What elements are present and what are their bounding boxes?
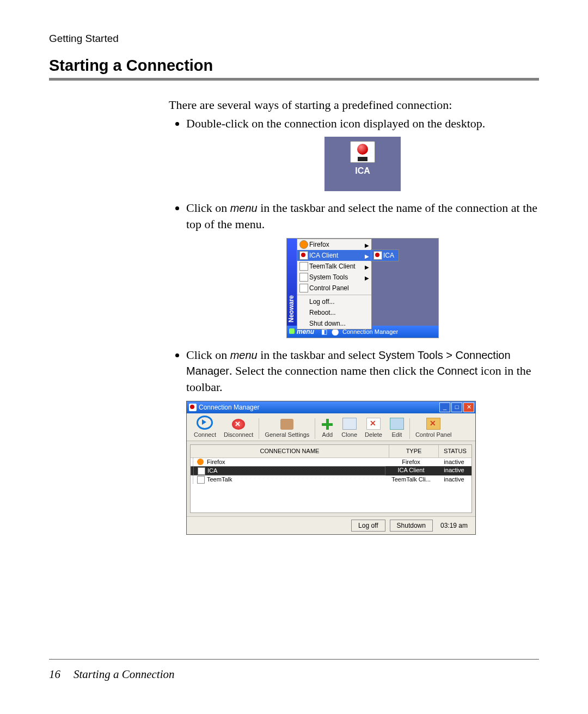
menu-word: menu xyxy=(230,349,258,361)
start-menu-figure: Neoware Firefox▶ ICA Client▶ TeemTalk Cl… xyxy=(286,238,439,338)
window-icon xyxy=(189,404,197,411)
menu-item-ica-client[interactable]: ICA Client▶ xyxy=(297,250,371,261)
menu-item-reboot[interactable]: Reboot... xyxy=(297,307,371,318)
table-body: FirefoxFirefoxinactiveICAICA Clientinact… xyxy=(191,458,471,512)
desktop-icon-label: ICA xyxy=(324,165,401,177)
body-content: There are several ways of starting a pre… xyxy=(169,97,539,535)
connections-table: CONNECTION NAME TYPE STATUS FirefoxFiref… xyxy=(190,444,472,513)
intro-text: There are several ways of starting a pre… xyxy=(169,97,539,113)
menu-item-system-tools[interactable]: System Tools▶ xyxy=(297,272,371,283)
menu-item-teemtalk[interactable]: TeemTalk Client▶ xyxy=(297,261,371,272)
connect-word: Connect xyxy=(437,365,478,377)
document-page: Getting Started Starting a Connection Th… xyxy=(0,0,588,714)
connection-manager-window: Connection Manager _ □ ✕ ConnectDisconne… xyxy=(186,401,476,535)
submenu-item-ica[interactable]: ICA xyxy=(371,250,399,261)
col-status[interactable]: STATUS xyxy=(438,445,471,457)
minimize-button[interactable]: _ xyxy=(439,402,450,412)
menu-panel: Firefox▶ ICA Client▶ TeemTalk Client▶ Sy… xyxy=(297,239,372,329)
menu-word: menu xyxy=(230,202,258,214)
table-row[interactable]: TeemTalkTeemTalk Cli...inactive xyxy=(191,475,471,484)
bullet-list: Double-click on the connection icon disp… xyxy=(169,115,539,535)
shutdown-button[interactable]: Shutdown xyxy=(390,520,433,532)
table-row[interactable]: ICAICA Clientinactive xyxy=(191,466,471,475)
toolbar-add-button[interactable]: Add xyxy=(317,419,338,439)
menu-sidebar: Neoware xyxy=(287,239,297,326)
toolbar: ConnectDisconnectGeneral SettingsAddClon… xyxy=(187,413,475,441)
title-rule xyxy=(49,78,539,81)
footer-title: Starting a Connection xyxy=(74,668,175,681)
menu-item-firefox[interactable]: Firefox▶ xyxy=(297,239,371,250)
menu-item-control-panel[interactable]: Control Panel xyxy=(297,283,371,294)
bullet-item-2: Click on menu in the taskbar and select … xyxy=(186,200,539,338)
bullet-item-3: Click on menu in the taskbar and select … xyxy=(186,347,539,535)
taskbar-menu-button[interactable]: menu xyxy=(287,326,318,338)
toolbar-delete-button[interactable]: Delete xyxy=(361,418,386,439)
menu-item-logoff[interactable]: Log off... xyxy=(297,296,371,307)
toolbar-clone-button[interactable]: Clone xyxy=(338,418,361,439)
bullet-item-1: Double-click on the connection icon disp… xyxy=(186,115,539,192)
submenu: ICA xyxy=(371,249,399,261)
close-button[interactable]: ✕ xyxy=(463,402,474,412)
col-connection-name[interactable]: CONNECTION NAME xyxy=(191,445,389,457)
bullet1-text: Double-click on the connection icon disp… xyxy=(186,117,485,130)
window-titlebar: Connection Manager _ □ ✕ xyxy=(187,401,475,413)
toolbar-general-settings-button[interactable]: General Settings xyxy=(261,419,313,439)
page-number: 16 xyxy=(49,668,60,681)
section-header: Getting Started xyxy=(49,33,539,45)
toolbar-disconnect-button[interactable]: Disconnect xyxy=(220,419,257,439)
footer-rule xyxy=(49,659,539,660)
toolbar-control-panel-button[interactable]: Control Panel xyxy=(412,418,456,439)
logoff-button[interactable]: Log off xyxy=(351,520,385,532)
toolbar-connect-button[interactable]: Connect xyxy=(190,416,220,439)
page-title: Starting a Connection xyxy=(49,57,539,75)
toolbar-edit-button[interactable]: Edit xyxy=(386,418,408,439)
clock: 03:19 am xyxy=(437,520,471,531)
table-header: CONNECTION NAME TYPE STATUS xyxy=(191,445,471,458)
col-type[interactable]: TYPE xyxy=(389,445,438,457)
desktop-icon-figure: ICA xyxy=(324,137,401,191)
sidebar-brand: Neoware xyxy=(287,295,297,322)
maximize-button[interactable]: □ xyxy=(451,402,462,412)
table-row[interactable]: FirefoxFirefoxinactive xyxy=(191,458,471,466)
page-footer: 16Starting a Connection xyxy=(49,668,175,681)
window-footer: Log off Shutdown 03:19 am xyxy=(187,516,475,534)
window-title: Connection Manager xyxy=(199,404,259,411)
connection-icon xyxy=(350,141,375,163)
